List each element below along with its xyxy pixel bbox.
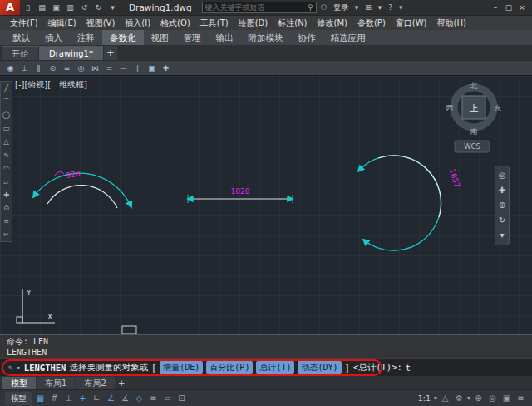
- close-button[interactable]: ×: [515, 0, 529, 15]
- navbar-more-icon[interactable]: ▾: [500, 228, 504, 243]
- new-file-icon[interactable]: ▯: [22, 0, 34, 15]
- menu-help[interactable]: 帮助(H): [432, 16, 471, 31]
- layout-tab-layout2[interactable]: 布局2: [76, 377, 114, 389]
- circle-tool-icon[interactable]: ◯: [1, 108, 12, 121]
- arc-entity-left[interactable]: [47, 186, 117, 208]
- tab-manage[interactable]: 管理: [176, 30, 209, 45]
- dimension-text-arc-left[interactable]: 928: [66, 169, 81, 180]
- pan-icon[interactable]: ✚: [499, 183, 505, 198]
- new-layout-button[interactable]: +: [116, 379, 128, 388]
- user-icon[interactable]: ⚇: [318, 0, 330, 15]
- revision-cloud-tool-icon[interactable]: ◠: [1, 161, 12, 175]
- customize-icon[interactable]: ≡: [515, 390, 527, 406]
- collinear-constraint-icon[interactable]: ≡: [61, 62, 73, 75]
- sign-in-caret-icon[interactable]: ▾: [352, 0, 362, 15]
- quick-access-caret-icon[interactable]: ▾: [106, 0, 119, 15]
- model-space-viewport[interactable]: ╱ ⌒ ◯ ▭ △ ∿ ◠ ▱ ✚ ⊙ ≈ ✂ [-][俯视][二维线框] 92…: [0, 75, 532, 334]
- option-increment[interactable]: 增量(DE): [160, 361, 203, 374]
- file-tab-start[interactable]: 开始: [2, 46, 38, 60]
- polar-tracking-icon[interactable]: ∠: [105, 390, 117, 406]
- file-tab-drawing1[interactable]: Drawing1*: [39, 46, 103, 60]
- spline-tool-icon[interactable]: ∿: [1, 148, 12, 161]
- rectangle-tool-icon[interactable]: ▭: [1, 121, 12, 135]
- coincident-constraint-icon[interactable]: ◉: [4, 62, 17, 75]
- arc-tool-icon[interactable]: ⌒: [1, 95, 12, 108]
- new-drawing-tab-button[interactable]: +: [104, 46, 117, 60]
- annotation-visibility-icon[interactable]: △: [439, 390, 451, 406]
- horizontal-constraint-icon[interactable]: —: [117, 62, 130, 75]
- lineweight-icon[interactable]: ≡: [147, 390, 160, 406]
- command-input-row[interactable]: ✎ ▾ LENGTHEN 选择要测量的对象或 [ 增量(DE) 百分比(P) 总…: [0, 359, 532, 376]
- menu-dimension[interactable]: 标注(N): [273, 16, 312, 31]
- sign-in-button[interactable]: 登录: [332, 2, 351, 13]
- annotation-monitor-icon[interactable]: ⊕: [472, 390, 485, 406]
- command-typed-input[interactable]: t: [406, 363, 411, 373]
- menu-tools[interactable]: 工具(T): [195, 16, 234, 31]
- maximize-button[interactable]: ▢: [502, 0, 515, 15]
- object-snap-icon[interactable]: ◇: [133, 390, 145, 406]
- line-tool-icon[interactable]: ╱: [1, 82, 12, 95]
- help-icon[interactable]: ?: [386, 0, 395, 15]
- menu-format[interactable]: 格式(O): [155, 16, 195, 31]
- annotation-scale-button[interactable]: 1:1: [416, 394, 432, 403]
- auto-constrain-icon[interactable]: ✚: [160, 62, 172, 75]
- viewcube[interactable]: 北 南 西 东 上 WCS: [446, 82, 502, 152]
- dimension-text-linear[interactable]: 1028: [231, 187, 250, 196]
- minimize-button[interactable]: –: [489, 0, 502, 15]
- search-icon[interactable]: ⚲: [308, 3, 313, 12]
- infer-constraints-icon[interactable]: ⊥: [62, 390, 75, 406]
- save-icon[interactable]: ▣: [50, 0, 62, 15]
- tab-parametric[interactable]: 参数化: [102, 30, 144, 45]
- polygon-tool-icon[interactable]: △: [1, 135, 12, 148]
- point-tool-icon[interactable]: ✚: [1, 188, 12, 201]
- help-caret-icon[interactable]: ▾: [397, 0, 406, 15]
- rectangle-entity[interactable]: [122, 326, 136, 334]
- model-space-button[interactable]: 模型: [5, 392, 32, 405]
- transparency-icon[interactable]: ▱: [161, 390, 174, 406]
- zoom-icon[interactable]: ⊕: [499, 198, 505, 213]
- viewcube-east[interactable]: 东: [494, 104, 502, 112]
- undo-icon[interactable]: ↺: [78, 0, 91, 15]
- selection-cycling-icon[interactable]: ⊡: [175, 390, 188, 406]
- dynamic-input-icon[interactable]: +: [76, 390, 89, 406]
- viewcube-north[interactable]: 北: [470, 82, 478, 90]
- menu-modify[interactable]: 修改(M): [313, 16, 352, 31]
- redo-icon[interactable]: ↻: [92, 0, 105, 15]
- viewcube-south[interactable]: 南: [470, 127, 478, 136]
- recent-commands-caret-icon[interactable]: ▾: [16, 364, 20, 372]
- store-caret-icon[interactable]: ▾: [376, 0, 385, 15]
- vertical-constraint-icon[interactable]: |: [131, 62, 144, 75]
- help-search-box[interactable]: ⚲: [202, 2, 317, 13]
- option-percent[interactable]: 百分比(P): [206, 361, 253, 374]
- donut-tool-icon[interactable]: ⊙: [1, 201, 12, 215]
- arc-entity-right[interactable]: [378, 156, 441, 217]
- app-store-icon[interactable]: ⊞: [362, 0, 374, 15]
- search-input[interactable]: [205, 3, 308, 12]
- scale-caret-icon[interactable]: ▾: [434, 394, 437, 402]
- perpendicular-constraint-icon[interactable]: ⊥: [18, 62, 31, 75]
- option-total[interactable]: 总计(T): [256, 361, 294, 374]
- option-dynamic[interactable]: 动态(DY): [298, 361, 341, 374]
- menu-window[interactable]: 窗口(W): [391, 16, 432, 31]
- open-file-icon[interactable]: ▤: [36, 0, 48, 15]
- ucs-icon[interactable]: Y X: [17, 289, 55, 323]
- orbit-icon[interactable]: ↻: [499, 213, 505, 228]
- viewcube-west[interactable]: 西: [446, 104, 454, 112]
- viewcube-top-label[interactable]: 上: [470, 103, 479, 114]
- workspace-caret-icon[interactable]: ▾: [467, 394, 470, 402]
- hatch-tool-icon[interactable]: ▱: [1, 175, 12, 188]
- clean-screen-icon[interactable]: ▣: [500, 390, 513, 406]
- grid-icon[interactable]: ▦: [34, 390, 47, 406]
- wcs-label[interactable]: WCS: [464, 142, 480, 151]
- menu-file[interactable]: 文件(F): [5, 16, 43, 31]
- tab-annotate[interactable]: 注释: [70, 30, 102, 45]
- symmetric-constraint-icon[interactable]: ⋈: [89, 62, 101, 75]
- workspace-gear-icon[interactable]: ⚙: [453, 390, 466, 406]
- tab-addins[interactable]: 附加模块: [241, 30, 291, 45]
- wave-tool-icon[interactable]: ≈: [1, 215, 12, 228]
- steering-wheel-icon[interactable]: ◎: [499, 168, 506, 183]
- drawing-canvas[interactable]: [-][俯视][二维线框] 928 1028 1657 Y X 北 南: [0, 76, 532, 335]
- menu-edit[interactable]: 编辑(E): [43, 16, 81, 31]
- command-customize-icon[interactable]: ✎: [8, 364, 12, 372]
- dimension-text-arc-right[interactable]: 1657: [448, 168, 462, 189]
